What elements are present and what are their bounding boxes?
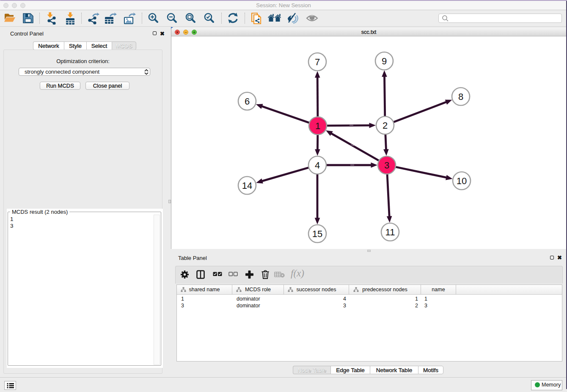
svg-text:7: 7 bbox=[315, 57, 320, 67]
svg-text:8: 8 bbox=[458, 91, 463, 102]
svg-text:1: 1 bbox=[315, 121, 320, 131]
svg-text:15: 15 bbox=[312, 229, 322, 239]
svg-text:2: 2 bbox=[383, 120, 388, 131]
svg-text:6: 6 bbox=[245, 96, 250, 107]
svg-text:11: 11 bbox=[385, 227, 395, 237]
svg-text:4: 4 bbox=[315, 160, 320, 171]
svg-text:10: 10 bbox=[457, 176, 467, 186]
svg-text:3: 3 bbox=[384, 160, 389, 171]
svg-text:9: 9 bbox=[382, 56, 387, 66]
svg-text:14: 14 bbox=[242, 180, 252, 191]
